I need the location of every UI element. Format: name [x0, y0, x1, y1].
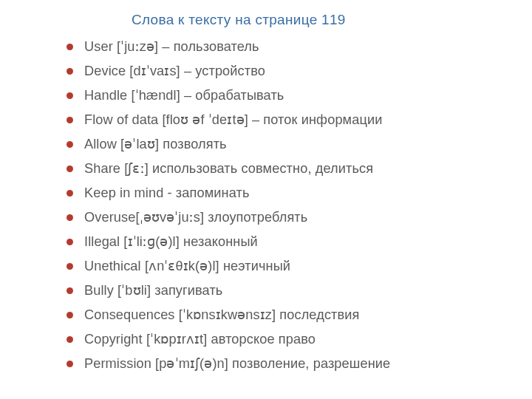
slide: Слова к тексту на странице 119 User [ˈju… — [0, 0, 532, 399]
list-item: Unethical [ʌnˈɛθɪk(ə)l] неэтичный — [74, 258, 499, 275]
list-item: Device [dɪˈvaɪs] – устройство — [74, 63, 499, 80]
list-item: Keep in mind - запоминать — [74, 185, 499, 202]
list-item: Share [ʃɛː] использовать совместно, дели… — [74, 160, 499, 177]
list-item: Illegal [ɪˈliːɡ(ə)l] незаконный — [74, 233, 499, 250]
list-item: Allow [əˈlaʊ] позволять — [74, 136, 499, 153]
list-item: Overuse[ˌəʊvəˈjuːs] злоупотреблять — [74, 209, 499, 226]
list-item: User [ˈjuːzə] – пользователь — [74, 38, 499, 55]
list-item: Handle [ˈhændl] – обрабатывать — [74, 87, 499, 104]
list-item: Consequences [ˈkɒnsɪkwənsɪz] последствия — [74, 307, 499, 324]
slide-title: Слова к тексту на странице 119 — [132, 12, 499, 28]
list-item: Bully [ˈbʊli] запугивать — [74, 282, 499, 299]
vocabulary-list: User [ˈjuːzə] – пользователь Device [dɪˈ… — [74, 38, 499, 372]
list-item: Copyright [ˈkɒpɪrʌɪt] авторское право — [74, 331, 499, 348]
list-item: Permission [pəˈmɪʃ(ə)n] позволение, разр… — [74, 355, 499, 372]
list-item: Flow of data [floʊ əf ˈdeɪtə] – поток ин… — [74, 112, 499, 129]
